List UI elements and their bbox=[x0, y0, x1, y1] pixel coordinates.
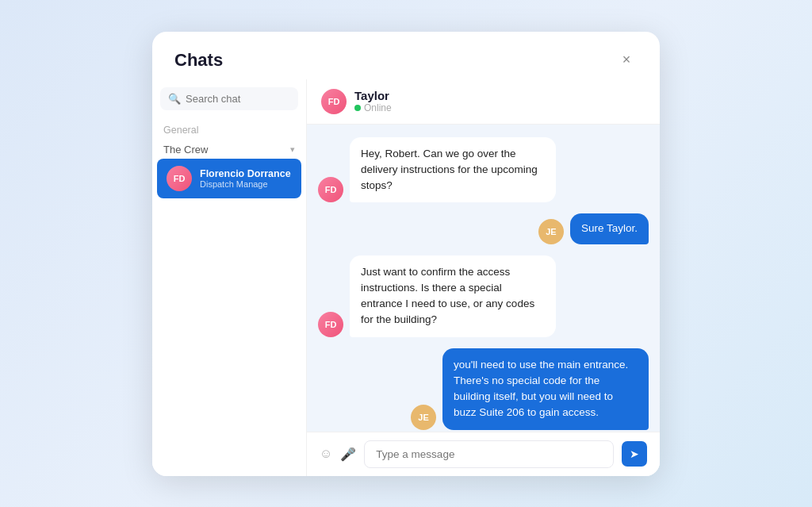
chat-window: Chats × 🔍 General The Crew ▾ FD Florenci… bbox=[152, 32, 660, 476]
avatar: FD bbox=[318, 312, 343, 337]
avatar: FD bbox=[318, 177, 343, 202]
chat-contact-info: Taylor Online bbox=[354, 89, 392, 113]
chat-body: 🔍 General The Crew ▾ FD Florencio Dorran… bbox=[152, 79, 660, 476]
message-bubble: Hey, Robert. Can we go over the delivery… bbox=[350, 137, 556, 203]
chat-input-area: ☺ 🎤 ➤ bbox=[307, 432, 660, 476]
message-row-4: you'll need to use the main entrance. Th… bbox=[318, 348, 649, 430]
sidebar-item-info: Florencio Dorrance Dispatch Manage bbox=[200, 168, 291, 189]
chat-window-header: Chats × bbox=[152, 32, 660, 79]
message-row-3: FD Just want to confirm the access instr… bbox=[318, 255, 649, 337]
status-text: Online bbox=[364, 102, 392, 113]
send-button[interactable]: ➤ bbox=[622, 441, 647, 467]
window-title: Chats bbox=[174, 50, 223, 71]
chat-contact-name: Taylor bbox=[354, 89, 392, 102]
message-bubble: you'll need to use the main entrance. Th… bbox=[442, 348, 649, 430]
sidebar-group-label: The Crew bbox=[163, 144, 208, 156]
message-bubble: Just want to confirm the access instruct… bbox=[350, 255, 556, 337]
search-icon: 🔍 bbox=[168, 93, 181, 105]
chat-contact-avatar: FD bbox=[321, 89, 347, 114]
emoji-icon[interactable]: ☺ bbox=[320, 447, 332, 461]
search-input[interactable] bbox=[186, 93, 290, 105]
message-row-2: Sure Taylor. JE bbox=[318, 213, 649, 244]
sidebar-group-crew[interactable]: The Crew ▾ bbox=[152, 139, 306, 159]
chat-user-header: FD Taylor Online bbox=[307, 79, 660, 125]
chat-contact-initials: FD bbox=[328, 97, 340, 106]
message-bubble: Sure Taylor. bbox=[570, 213, 649, 244]
messages-list: FD Hey, Robert. Can we go over the deliv… bbox=[307, 125, 660, 432]
avatar-initials: JE bbox=[546, 227, 556, 236]
chevron-down-icon: ▾ bbox=[290, 144, 295, 155]
close-button[interactable]: × bbox=[615, 49, 638, 71]
avatar: JE bbox=[411, 405, 436, 430]
avatar-initials: JE bbox=[418, 413, 428, 422]
contact-role: Dispatch Manage bbox=[200, 179, 291, 189]
sidebar-section-general: General bbox=[152, 120, 306, 139]
online-status: Online bbox=[354, 102, 392, 113]
sidebar-item-florencio[interactable]: FD Florencio Dorrance Dispatch Manage bbox=[157, 159, 301, 198]
contact-name: Florencio Dorrance bbox=[200, 168, 291, 179]
message-row-1: FD Hey, Robert. Can we go over the deliv… bbox=[318, 137, 649, 203]
avatar-initials: FD bbox=[174, 174, 186, 183]
avatar: FD bbox=[167, 166, 192, 191]
avatar-initials: FD bbox=[325, 320, 337, 329]
send-icon: ➤ bbox=[630, 447, 639, 460]
online-dot bbox=[354, 105, 361, 111]
mic-icon[interactable]: 🎤 bbox=[340, 447, 356, 462]
search-bar: 🔍 bbox=[160, 87, 298, 110]
sidebar: 🔍 General The Crew ▾ FD Florencio Dorran… bbox=[152, 79, 307, 476]
avatar: JE bbox=[538, 219, 564, 244]
chat-area: FD Taylor Online FD Hey, Robert. bbox=[307, 79, 660, 476]
message-input[interactable] bbox=[364, 440, 614, 468]
avatar-initials: FD bbox=[325, 185, 337, 194]
